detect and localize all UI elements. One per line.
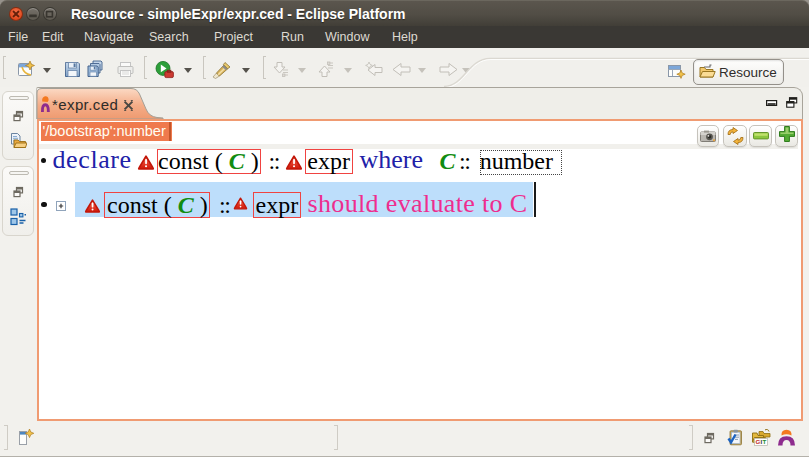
svg-text:T: T [763, 438, 767, 445]
